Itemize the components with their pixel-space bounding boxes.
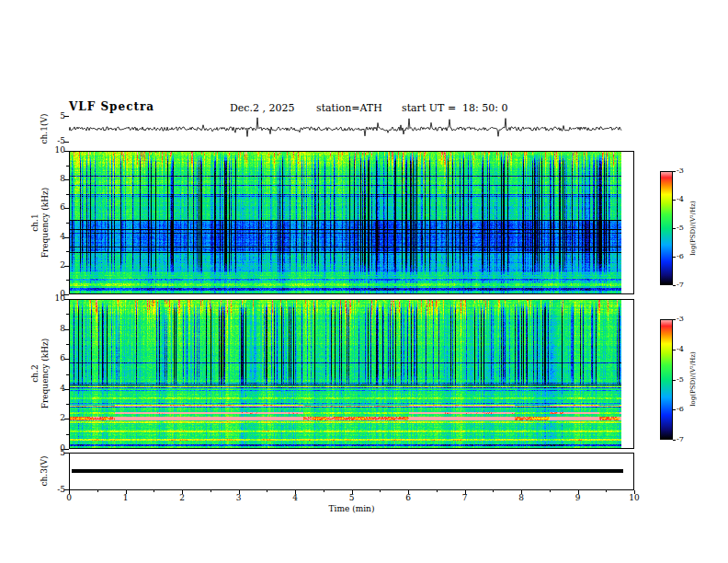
wave-y-tick	[64, 142, 69, 143]
ylabel-channel: ch.1	[30, 188, 40, 259]
colorbar-ch2-label: log(PSD)/(V²/Hz)	[689, 351, 697, 406]
colorbar-tick	[673, 440, 676, 441]
spec1-y-tick-minor	[66, 280, 69, 281]
spec1-y-tick	[64, 266, 69, 267]
spec1-y-tick	[64, 151, 69, 152]
colorbar-tick	[673, 285, 676, 286]
spec1-y-tick-minor	[66, 194, 69, 195]
wave-y-tick-label: 5	[46, 111, 65, 121]
x-tick	[634, 490, 635, 494]
x-minor-tick	[210, 490, 211, 492]
x-minor-tick	[97, 490, 98, 492]
x-minor-tick	[606, 490, 607, 492]
ch3-y-tick-label: -5	[46, 485, 65, 494]
x-tick-label: 10	[625, 493, 643, 502]
x-tick	[126, 490, 127, 494]
colorbar-tick	[673, 380, 676, 381]
colorbar-ch2	[660, 319, 673, 440]
colorbar-tick-label: -3	[677, 315, 684, 323]
spec2-y-tick-label: 2	[46, 413, 65, 422]
x-tick	[295, 490, 296, 494]
colorbar-tick	[673, 200, 676, 201]
x-minor-tick	[154, 490, 154, 492]
colorbar-tick	[673, 257, 676, 258]
ch3-flat-signal	[72, 469, 623, 473]
colorbar-tick	[673, 228, 676, 229]
spec2-y-tick	[64, 299, 69, 300]
colorbar-tick-label: -3	[677, 167, 684, 175]
colorbar-tick-label: -7	[677, 435, 684, 443]
colorbar-tick	[673, 171, 676, 172]
x-minor-tick	[380, 490, 381, 492]
x-tick	[69, 490, 70, 494]
colorbar-tick-label: -7	[677, 281, 684, 289]
colorbar-tick-label: -5	[677, 375, 684, 384]
spec2-y-tick-minor	[66, 344, 69, 345]
x-minor-tick	[324, 490, 324, 492]
x-tick-label: 7	[456, 493, 474, 502]
colorbar-tick-label: -6	[677, 405, 684, 413]
x-tick	[239, 490, 240, 494]
x-minor-tick	[550, 490, 551, 492]
spec1-y-tick-minor	[66, 166, 69, 167]
colorbar-tick	[673, 319, 676, 320]
ylabel-axis: Frequency (kHz)	[40, 339, 51, 409]
x-tick-label: 9	[569, 493, 587, 502]
colorbar-tick-label: -4	[677, 345, 684, 353]
x-tick-label: 1	[117, 493, 135, 502]
ch3-waveform-ylabel: ch.3(V)	[40, 456, 50, 487]
ch3-y-tick	[64, 489, 69, 490]
spec2-y-tick-minor	[66, 434, 69, 435]
x-tick-label: 5	[343, 493, 361, 502]
x-tick-label: 8	[512, 493, 530, 502]
spec1-y-tick	[64, 237, 69, 238]
colorbar-tick	[673, 350, 676, 350]
spec1-y-tick-minor	[66, 251, 69, 252]
colorbar-tick-label: -4	[677, 195, 684, 203]
x-tick-label: 2	[173, 493, 191, 502]
spec2-y-tick-label: 10	[46, 293, 65, 303]
ch2-spectrogram-plot	[70, 300, 633, 448]
ch2-spectrogram-panel	[69, 299, 634, 449]
colorbar-tick-label: -6	[677, 252, 684, 260]
x-tick	[465, 490, 466, 494]
x-minor-tick	[267, 490, 267, 492]
colorbar-ch1-label: log(PSD)/(V²/Hz)	[689, 201, 697, 255]
spec2-y-tick	[64, 359, 69, 360]
spec2-y-tick	[64, 389, 69, 390]
ch1-spectrogram-panel	[69, 151, 634, 294]
x-tick	[521, 490, 522, 494]
spec2-y-tick-minor	[66, 404, 69, 405]
ch3-y-tick-label: 5	[46, 448, 65, 457]
x-tick-label: 3	[230, 493, 248, 502]
spec2-y-tick-minor	[66, 374, 69, 375]
spec1-y-tick-label: 8	[46, 174, 65, 183]
spec1-y-tick	[64, 179, 69, 180]
x-tick	[352, 490, 353, 494]
vlf-spectra-figure: VLF Spectra Dec.2 , 2025 station=ATH sta…	[0, 0, 728, 563]
ch2-spectrogram-ylabel: ch.2 Frequency (kHz)	[30, 339, 51, 409]
x-tick-label: 0	[60, 493, 78, 502]
wave-y-tick-label: -5	[46, 136, 65, 145]
figure-title: VLF Spectra	[69, 100, 154, 113]
spec2-y-tick-minor	[66, 314, 69, 315]
figure-date: Dec.2 , 2025	[230, 102, 294, 114]
spec1-y-tick-label: 4	[46, 232, 65, 241]
colorbar-tick-label: -5	[677, 224, 684, 232]
time-axis-label: Time (min)	[69, 504, 634, 513]
spec1-y-tick-minor	[66, 223, 69, 224]
colorbar-tick	[673, 409, 676, 410]
spec2-y-tick	[64, 419, 69, 419]
x-tick	[578, 490, 579, 494]
ylabel-axis: Frequency (kHz)	[40, 188, 51, 259]
spec2-y-tick-label: 8	[46, 324, 65, 333]
station-label: station=ATH	[316, 102, 382, 114]
ch1-spectrogram-ylabel: ch.1 Frequency (kHz)	[30, 188, 51, 259]
spec1-y-tick	[64, 208, 69, 209]
x-tick	[408, 490, 409, 494]
ch3-y-tick	[64, 453, 69, 454]
spec2-y-tick	[64, 329, 69, 330]
spec1-y-tick-label: 10	[46, 145, 65, 155]
x-tick	[182, 490, 183, 494]
start-ut-label: start UT = 18: 50: 0	[402, 102, 508, 114]
